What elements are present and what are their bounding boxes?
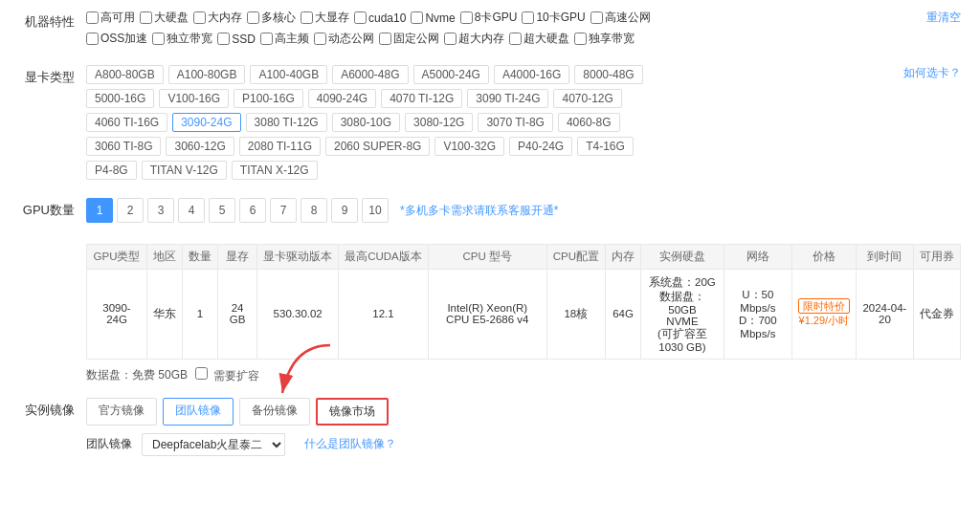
- mirror-help-link[interactable]: 什么是团队镜像？: [304, 436, 396, 452]
- disk-note: 数据盘：免费 50GB 需要扩容: [86, 367, 961, 384]
- mirror-tab-备份镜像[interactable]: 备份镜像: [239, 398, 310, 426]
- gpu-count-btn-7[interactable]: 7: [270, 198, 297, 223]
- feature-large_disk[interactable]: [140, 11, 152, 24]
- gpu-type-label: 显卡类型: [19, 65, 86, 86]
- gpu-count-btn-6[interactable]: 6: [239, 198, 266, 223]
- feature-8gpu[interactable]: [460, 11, 473, 24]
- gpu-count-note: *多机多卡需求请联系客服开通*: [400, 203, 558, 219]
- feature-10gpu[interactable]: [522, 11, 534, 24]
- gpu-card-4070-12G[interactable]: 4070-12G: [553, 89, 621, 108]
- gpu-card-V100-16G[interactable]: V100-16G: [159, 89, 229, 108]
- gpu-count-btn-9[interactable]: 9: [331, 198, 358, 223]
- how-to-choose-link[interactable]: 如何选卡？: [903, 65, 961, 81]
- feature-oss[interactable]: [86, 33, 99, 45]
- gpu-card-5000-16G[interactable]: 5000-16G: [86, 89, 154, 108]
- gpu-card-P4-8G[interactable]: P4-8G: [86, 161, 137, 180]
- gpu-cards-row5: P4-8GTITAN V-12GTITAN X-12G: [86, 161, 894, 180]
- machine-features-label: 机器特性: [19, 10, 86, 31]
- gpu-card-A6000-48G[interactable]: A6000-48G: [332, 65, 408, 84]
- disk-free-label: 数据盘：免费 50GB: [86, 367, 188, 383]
- mirror-select-dropdown[interactable]: Deepfacelab火星泰二: [142, 433, 285, 456]
- gpu-card-TITAN_V-12G[interactable]: TITAN V-12G: [142, 161, 227, 180]
- feature-ultra_mem[interactable]: [444, 33, 457, 45]
- disk-expand-checkbox[interactable]: 需要扩容: [195, 367, 259, 384]
- feature-solo_bw[interactable]: [152, 33, 165, 45]
- feature-ultra_disk[interactable]: [509, 33, 522, 45]
- feature-high_avail[interactable]: [86, 11, 99, 24]
- mirror-tabs: 官方镜像团队镜像备份镜像镜像市场: [86, 398, 961, 426]
- gpu-card-P100-16G[interactable]: P100-16G: [234, 89, 303, 108]
- gpu-card-V100-32G[interactable]: V100-32G: [434, 137, 504, 156]
- gpu-card-3060-12G[interactable]: 3060-12G: [166, 137, 234, 156]
- disk-expand-input[interactable]: [195, 367, 208, 380]
- gpu-cards-row2: 5000-16GV100-16GP100-16G4090-24G4070 TI-…: [86, 89, 894, 108]
- gpu-count-btn-10[interactable]: 10: [362, 198, 389, 223]
- gpu-count-btn-1[interactable]: 1: [86, 198, 113, 223]
- gpu-card-4060_TI-16G[interactable]: 4060 TI-16G: [86, 113, 167, 132]
- feature-dynamic_pub[interactable]: [314, 33, 326, 45]
- feature-large_mem[interactable]: [193, 11, 206, 24]
- gpu-card-A4000-16G[interactable]: A4000-16G: [494, 65, 569, 84]
- gpu-card-3080-12G[interactable]: 3080-12G: [405, 113, 473, 132]
- machine-features-group: 高可用大硬盘大内存多核心大显存cuda10Nvme8卡GPU10卡GPU高速公网: [86, 10, 917, 26]
- mirror-tab-镜像市场[interactable]: 镜像市场: [316, 398, 389, 426]
- gpu-cards-row4: 3060 TI-8G3060-12G2080 TI-11G2060 SUPER-…: [86, 137, 894, 156]
- gpu-cards-row1: A800-80GBA100-80GBA100-40GBA6000-48GA500…: [86, 65, 894, 84]
- feature-large_display[interactable]: [301, 11, 313, 24]
- gpu-card-A800-80GB[interactable]: A800-80GB: [86, 65, 164, 84]
- gpu-count-label: GPU数量: [19, 198, 86, 219]
- gpu-card-2060_SUPER-8G[interactable]: 2060 SUPER-8G: [325, 137, 430, 156]
- price-value: ¥1.29/小时: [799, 315, 850, 326]
- feature-high_freq[interactable]: [260, 33, 273, 45]
- feature-fast_net[interactable]: [590, 11, 603, 24]
- gpu-card-4070_TI-12G[interactable]: 4070 TI-12G: [381, 89, 462, 108]
- mirror-tab-团队镜像[interactable]: 团队镜像: [163, 398, 234, 426]
- gpu-count-btn-2[interactable]: 2: [117, 198, 144, 223]
- feature-fixed_pub[interactable]: [379, 33, 391, 45]
- gpu-card-3070_TI-8G[interactable]: 3070 TI-8G: [478, 113, 552, 132]
- gpu-count-btn-8[interactable]: 8: [301, 198, 327, 223]
- gpu-card-TITAN_X-12G[interactable]: TITAN X-12G: [232, 161, 318, 180]
- gpu-card-3080_TI-12G[interactable]: 3080 TI-12G: [246, 113, 327, 132]
- feature-cuda10[interactable]: [354, 11, 367, 24]
- feature-solo_bw2[interactable]: [574, 33, 587, 45]
- machine-features-group2: OSS加速独立带宽SSD高主频动态公网固定公网超大内存超大硬盘独享带宽: [86, 31, 917, 47]
- gpu-card-3090-24G[interactable]: 3090-24G: [172, 113, 240, 132]
- gpu-card-P40-24G[interactable]: P40-24G: [509, 137, 572, 156]
- instance-table: GPU类型地区数量显存显卡驱动版本最高CUDA版本CPU 型号CPU配置内存实例…: [86, 244, 961, 360]
- instance-image-label: 实例镜像: [19, 398, 86, 419]
- gpu-card-4090-24G[interactable]: 4090-24G: [308, 89, 376, 108]
- feature-multi_core[interactable]: [247, 11, 259, 24]
- gpu-card-3090_TI-24G[interactable]: 3090 TI-24G: [467, 89, 548, 108]
- gpu-card-2080_TI-11G[interactable]: 2080 TI-11G: [239, 137, 321, 156]
- gpu-card-A100-40GB[interactable]: A100-40GB: [250, 65, 327, 84]
- feature-ssd[interactable]: [217, 33, 230, 45]
- mirror-select-row: 团队镜像 Deepfacelab火星泰二 什么是团队镜像？: [86, 433, 961, 456]
- mirror-select-label: 团队镜像: [86, 436, 132, 452]
- gpu-card-8000-48G[interactable]: 8000-48G: [574, 65, 642, 84]
- gpu-count-btn-4[interactable]: 4: [178, 198, 205, 223]
- gpu-count-btn-5[interactable]: 5: [209, 198, 235, 223]
- gpu-card-3080-10G[interactable]: 3080-10G: [332, 113, 400, 132]
- feature-nvme[interactable]: [411, 11, 423, 24]
- gpu-card-T4-16G[interactable]: T4-16G: [577, 137, 634, 156]
- clear-link[interactable]: 重清空: [926, 10, 961, 26]
- gpu-card-4060-8G[interactable]: 4060-8G: [558, 113, 620, 132]
- gpu-card-3060_TI-8G[interactable]: 3060 TI-8G: [86, 137, 161, 156]
- mirror-tab-官方镜像[interactable]: 官方镜像: [86, 398, 157, 426]
- gpu-cards-row3: 4060 TI-16G3090-24G3080 TI-12G3080-10G30…: [86, 113, 894, 132]
- price-tag: 限时特价: [798, 298, 850, 314]
- gpu-count-group: 12345678910*多机多卡需求请联系客服开通*: [86, 198, 961, 223]
- gpu-count-btn-3[interactable]: 3: [147, 198, 174, 223]
- gpu-card-A5000-24G[interactable]: A5000-24G: [413, 65, 489, 84]
- table-row: 3090-24G华东124 GB530.30.0212.1Intel(R) Xe…: [87, 269, 961, 359]
- gpu-card-A100-80GB[interactable]: A100-80GB: [168, 65, 246, 84]
